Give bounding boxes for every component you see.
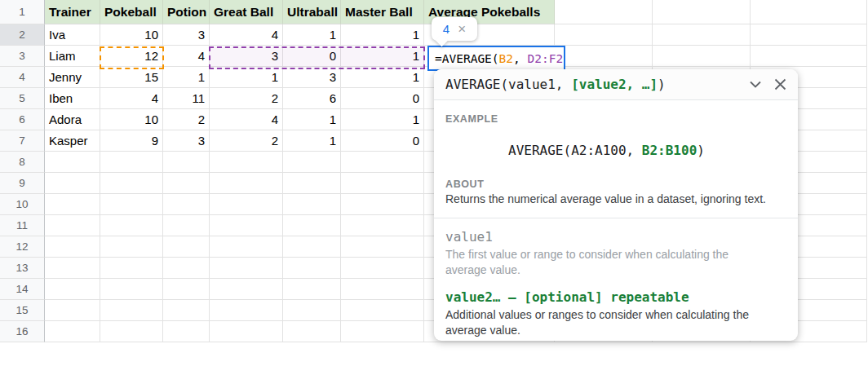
cell-C9[interactable] (163, 173, 210, 194)
cell-A12[interactable] (45, 236, 100, 258)
cell-J2[interactable] (751, 24, 867, 46)
cell-C7[interactable]: 3 (163, 130, 210, 152)
cell-D6[interactable]: 4 (210, 109, 283, 130)
cell-C1[interactable]: Potion (163, 0, 210, 24)
close-icon[interactable] (774, 78, 786, 90)
cell-E6[interactable]: 1 (283, 109, 341, 130)
cell-B8[interactable] (100, 152, 163, 173)
cell-F8[interactable] (341, 152, 424, 173)
cell-F1[interactable]: Master Ball (341, 0, 424, 24)
cell-D2[interactable]: 4 (210, 24, 283, 46)
formula-edit-cell[interactable]: =AVERAGE(B2, D2:F2 (427, 46, 565, 71)
cell-E12[interactable] (283, 236, 341, 258)
cell-B2[interactable]: 10 (100, 24, 163, 46)
cell-H2[interactable] (555, 24, 653, 46)
cell-J3[interactable] (751, 46, 867, 67)
cell-F9[interactable] (341, 173, 424, 194)
cell-H3[interactable] (555, 46, 653, 67)
cell-F4[interactable]: 1 (341, 67, 424, 88)
cell-D7[interactable]: 2 (210, 130, 283, 152)
cell-C6[interactable]: 2 (163, 109, 210, 130)
cell-B6[interactable]: 10 (100, 109, 163, 130)
cell-E3[interactable]: 0 (283, 46, 341, 67)
chevron-down-icon[interactable] (750, 81, 761, 88)
row-header-16[interactable]: 16 (0, 321, 45, 342)
cell-D13[interactable] (210, 258, 283, 279)
row-header-9[interactable]: 9 (0, 173, 45, 194)
cell-E11[interactable] (283, 215, 341, 236)
cell-C16[interactable] (163, 321, 210, 342)
cell-E15[interactable] (283, 300, 341, 321)
cell-A9[interactable] (45, 173, 100, 194)
cell-B9[interactable] (100, 173, 163, 194)
cell-D8[interactable] (210, 152, 283, 173)
cell-A3[interactable]: Liam (45, 46, 100, 67)
cell-C5[interactable]: 11 (163, 88, 210, 109)
cell-D1[interactable]: Great Ball (210, 0, 283, 24)
cell-D9[interactable] (210, 173, 283, 194)
cell-F13[interactable] (341, 258, 424, 279)
cell-D14[interactable] (210, 279, 283, 300)
cell-B7[interactable]: 9 (100, 130, 163, 152)
cell-A5[interactable]: Iben (45, 88, 100, 109)
cell-I2[interactable] (653, 24, 751, 46)
cell-D16[interactable] (210, 321, 283, 342)
cell-A15[interactable] (45, 300, 100, 321)
row-header-10[interactable]: 10 (0, 194, 45, 215)
cell-F15[interactable] (341, 300, 424, 321)
cell-A6[interactable]: Adora (45, 109, 100, 130)
cell-J1[interactable] (751, 0, 867, 24)
cell-D4[interactable]: 1 (210, 67, 283, 88)
row-header-8[interactable]: 8 (0, 152, 45, 173)
preview-close-icon[interactable]: × (458, 22, 466, 36)
cell-F3[interactable]: 1 (341, 46, 424, 67)
cell-C8[interactable] (163, 152, 210, 173)
cell-F2[interactable]: 1 (341, 24, 424, 46)
row-header-6[interactable]: 6 (0, 109, 45, 130)
cell-E9[interactable] (283, 173, 341, 194)
cell-B14[interactable] (100, 279, 163, 300)
cell-E14[interactable] (283, 279, 341, 300)
cell-B12[interactable] (100, 236, 163, 258)
cell-F12[interactable] (341, 236, 424, 258)
cell-C10[interactable] (163, 194, 210, 215)
row-header-7[interactable]: 7 (0, 130, 45, 152)
cell-D3[interactable]: 3 (210, 46, 283, 67)
cell-F11[interactable] (341, 215, 424, 236)
row-header-3[interactable]: 3 (0, 46, 45, 67)
cell-C4[interactable]: 1 (163, 67, 210, 88)
row-header-5[interactable]: 5 (0, 88, 45, 109)
cell-F14[interactable] (341, 279, 424, 300)
cell-A14[interactable] (45, 279, 100, 300)
cell-E10[interactable] (283, 194, 341, 215)
cell-A2[interactable]: Iva (45, 24, 100, 46)
row-header-13[interactable]: 13 (0, 258, 45, 279)
cell-D15[interactable] (210, 300, 283, 321)
row-header-4[interactable]: 4 (0, 67, 45, 88)
cell-B1[interactable]: Pokeball (100, 0, 163, 24)
cell-A16[interactable] (45, 321, 100, 342)
cell-A10[interactable] (45, 194, 100, 215)
cell-E1[interactable]: Ultraball (283, 0, 341, 24)
cell-F5[interactable]: 0 (341, 88, 424, 109)
cell-E16[interactable] (283, 321, 341, 342)
cell-B13[interactable] (100, 258, 163, 279)
cell-C13[interactable] (163, 258, 210, 279)
cell-E4[interactable]: 3 (283, 67, 341, 88)
cell-E2[interactable]: 1 (283, 24, 341, 46)
row-header-2[interactable]: 2 (0, 24, 45, 46)
cell-A11[interactable] (45, 215, 100, 236)
cell-E13[interactable] (283, 258, 341, 279)
cell-F7[interactable]: 0 (341, 130, 424, 152)
cell-B10[interactable] (100, 194, 163, 215)
row-header-14[interactable]: 14 (0, 279, 45, 300)
cell-C14[interactable] (163, 279, 210, 300)
cell-C11[interactable] (163, 215, 210, 236)
cell-D5[interactable]: 2 (210, 88, 283, 109)
cell-D12[interactable] (210, 236, 283, 258)
cell-A4[interactable]: Jenny (45, 67, 100, 88)
cell-B16[interactable] (100, 321, 163, 342)
cell-B11[interactable] (100, 215, 163, 236)
cell-I1[interactable] (653, 0, 751, 24)
cell-D11[interactable] (210, 215, 283, 236)
